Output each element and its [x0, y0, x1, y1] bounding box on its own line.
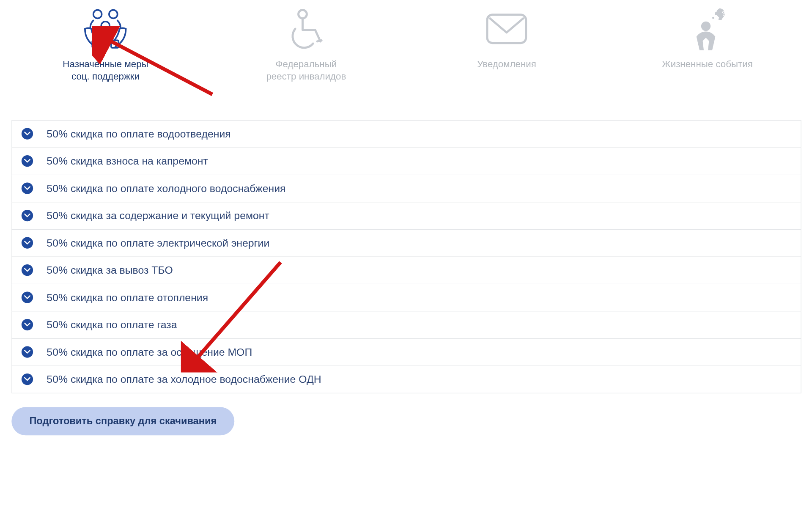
- benefits-list: 50% скидка по оплате водоотведения 50% с…: [11, 120, 801, 393]
- chevron-down-icon: [22, 264, 33, 276]
- tab-label-line2: соц. поддержки: [71, 71, 140, 83]
- list-item-label: 50% скидка по оплате за холодное водосна…: [47, 373, 321, 385]
- svg-point-8: [712, 17, 714, 19]
- prepare-download-button[interactable]: Подготовить справку для скачивания: [11, 407, 234, 435]
- chevron-down-icon: [22, 373, 33, 385]
- tab-social-support[interactable]: Назначенные меры соц. поддержки: [11, 5, 201, 83]
- tab-label-line1: Назначенные меры: [63, 58, 148, 70]
- svg-point-2: [102, 22, 110, 30]
- wheelchair-icon: [283, 5, 330, 52]
- chevron-down-icon: [22, 346, 33, 358]
- list-item[interactable]: 50% скидка по оплате газа: [11, 311, 801, 338]
- chevron-down-icon: [22, 292, 33, 303]
- list-item-label: 50% скидка по оплате холодного водоснабж…: [47, 182, 285, 195]
- svg-point-0: [93, 10, 102, 19]
- svg-point-10: [701, 22, 710, 31]
- list-item-label: 50% скидка по оплате электрической энерг…: [47, 237, 269, 249]
- list-item-label: 50% скидка за содержание и текущий ремон…: [47, 209, 269, 222]
- svg-text:?: ?: [721, 10, 725, 17]
- list-item[interactable]: 50% скидка за содержание и текущий ремон…: [11, 202, 801, 229]
- thinking-person-icon: ?: [684, 5, 731, 52]
- chevron-down-icon: [22, 319, 33, 330]
- list-item[interactable]: 50% скидка по оплате отопления: [11, 284, 801, 311]
- list-item-label: 50% скидка по оплате отопления: [47, 291, 208, 304]
- envelope-icon: [483, 5, 530, 52]
- list-item[interactable]: 50% скидка по оплате за освещение МОП: [11, 339, 801, 366]
- family-support-icon: [82, 5, 129, 52]
- svg-point-5: [298, 10, 307, 19]
- chevron-down-icon: [22, 237, 33, 249]
- category-tabs: Назначенные меры соц. поддержки Федераль…: [0, 0, 812, 88]
- list-item[interactable]: 50% скидка за вывоз ТБО: [11, 257, 801, 284]
- tab-label-line1: Уведомления: [477, 58, 536, 70]
- chevron-down-icon: [22, 128, 33, 140]
- tab-label-line1: Жизненные события: [662, 58, 753, 70]
- page-container: Назначенные меры соц. поддержки Федераль…: [0, 0, 812, 435]
- list-item[interactable]: 50% скидка по оплате электрической энерг…: [11, 230, 801, 257]
- svg-rect-6: [487, 15, 526, 43]
- list-item-label: 50% скидка взноса на капремонт: [47, 155, 208, 168]
- list-item-label: 50% скидка по оплате за освещение МОП: [47, 346, 252, 358]
- tab-disability-registry[interactable]: Федеральный реестр инвалидов: [211, 5, 401, 83]
- list-item[interactable]: 50% скидка взноса на капремонт: [11, 148, 801, 175]
- list-item[interactable]: 50% скидка по оплате водоотведения: [11, 120, 801, 148]
- list-item[interactable]: 50% скидка по оплате за холодное водосна…: [11, 366, 801, 393]
- tab-life-events[interactable]: ? Жизненные события: [612, 5, 803, 83]
- tab-label-line2: реестр инвалидов: [266, 71, 346, 83]
- list-item-label: 50% скидка по оплате водоотведения: [47, 128, 230, 140]
- list-item-label: 50% скидка по оплате газа: [47, 319, 177, 331]
- list-item-label: 50% скидка за вывоз ТБО: [47, 264, 173, 276]
- list-item[interactable]: 50% скидка по оплате холодного водоснабж…: [11, 175, 801, 202]
- chevron-down-icon: [22, 183, 33, 194]
- tab-label-line1: Федеральный: [276, 58, 337, 70]
- chevron-down-icon: [22, 155, 33, 167]
- tab-notifications[interactable]: Уведомления: [411, 5, 602, 83]
- chevron-down-icon: [22, 210, 33, 221]
- svg-point-1: [109, 10, 118, 19]
